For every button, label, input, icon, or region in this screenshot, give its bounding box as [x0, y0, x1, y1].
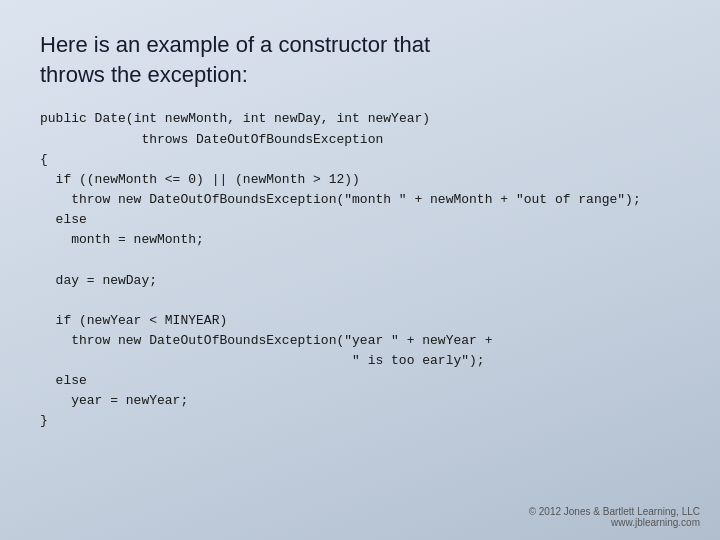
footer-url: www.jblearning.com	[529, 517, 700, 528]
slide-container: Here is an example of a constructor that…	[0, 0, 720, 540]
code-block: public Date(int newMonth, int newDay, in…	[40, 109, 680, 431]
title-line1: Here is an example of a constructor that	[40, 32, 430, 57]
footer: © 2012 Jones & Bartlett Learning, LLC ww…	[529, 506, 700, 528]
footer-copyright: © 2012 Jones & Bartlett Learning, LLC	[529, 506, 700, 517]
code-content: public Date(int newMonth, int newDay, in…	[40, 111, 641, 428]
title-section: Here is an example of a constructor that…	[40, 30, 680, 89]
title-line2: throws the exception:	[40, 62, 248, 87]
slide-title: Here is an example of a constructor that…	[40, 30, 680, 89]
